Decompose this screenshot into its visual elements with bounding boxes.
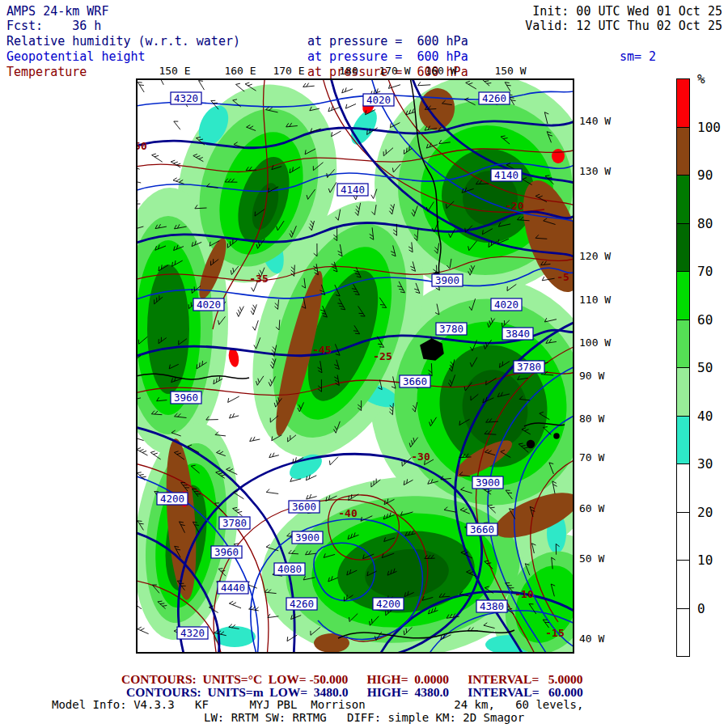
temperature-contour-label: -30: [411, 451, 430, 463]
svg-text:3900: 3900: [435, 274, 459, 286]
field-2-name: Geopotential height: [6, 49, 146, 64]
height-contour-label: 4140: [491, 169, 522, 181]
forecast-hour: Fcst: 36 h: [6, 19, 101, 33]
svg-text:3660: 3660: [470, 523, 494, 535]
height-contour-label: 3660: [400, 375, 430, 387]
colorbar-cell: [676, 78, 690, 128]
svg-text:3660: 3660: [403, 375, 427, 387]
colorbar-tick-label: 100: [697, 120, 721, 135]
right-axis-label: 80 W: [579, 413, 604, 425]
svg-text:4020: 4020: [197, 298, 221, 311]
svg-text:4380: 4380: [480, 600, 504, 612]
height-contour-label: 3900: [472, 476, 503, 489]
height-contour-label: 4260: [286, 598, 317, 610]
height-contour-label: 4080: [274, 563, 305, 575]
height-contour-label: 3840: [502, 328, 533, 340]
temperature-contour-label: -35: [249, 273, 268, 285]
temperature-contour-label: -20: [505, 200, 524, 212]
colorbar-cell: [676, 560, 690, 609]
colorbar-cell: [676, 512, 690, 561]
colorbar-cell: [676, 416, 690, 465]
colorbar-tick-label: 10: [697, 552, 713, 568]
colorbar-cell: [676, 463, 690, 513]
right-axis-label: 130 W: [579, 165, 611, 177]
colorbar-tick-label: 80: [697, 216, 713, 231]
field-2-level: at pressure = 600 hPa: [307, 49, 468, 64]
temperature-contour-label: -10: [514, 588, 534, 600]
temperature-contour-label: -50: [136, 140, 147, 152]
model-info-line-2: LW: RRTM SW: RRTMG DIFF: simple KM: 2D S…: [204, 711, 524, 724]
right-axis-label: 120 W: [579, 250, 611, 262]
field-3-name: Temperature: [6, 65, 87, 79]
svg-text:4260: 4260: [482, 92, 506, 104]
colorbar-cell: [676, 223, 690, 273]
colorbar-cell: [676, 320, 690, 369]
right-axis-label: 50 W: [579, 552, 604, 565]
height-contour-label: 3780: [436, 323, 467, 335]
colorbar-unit-label: %: [697, 71, 705, 87]
height-contour-label: 3900: [432, 274, 463, 286]
height-contour-label: 3900: [292, 531, 323, 544]
top-axis-label: 170 W: [377, 65, 413, 77]
temperature-contour-label: -45: [312, 344, 331, 356]
valid-time: Valid: 12 UTC Thu 02 Oct 25: [525, 19, 722, 33]
top-axis-label: 180: [331, 65, 366, 77]
svg-text:4200: 4200: [160, 493, 184, 505]
colorbar-cell: [676, 175, 690, 224]
height-contour-label: 3780: [514, 361, 544, 373]
colorbar-tick-label: 50: [697, 360, 713, 375]
right-axis-label: 140 W: [579, 115, 611, 127]
right-axis-label: 90 W: [579, 370, 604, 382]
colorbar-cell: [676, 127, 690, 176]
svg-text:3900: 3900: [476, 476, 500, 489]
svg-text:4200: 4200: [376, 598, 400, 610]
svg-text:4140: 4140: [494, 169, 518, 181]
top-axis-label: 160 W: [423, 65, 459, 77]
svg-text:3960: 3960: [214, 546, 239, 558]
top-axis-label: 150 E: [157, 65, 193, 77]
right-axis-label: 70 W: [579, 451, 604, 463]
svg-text:4320: 4320: [180, 627, 205, 639]
colorbar-tick-label: 30: [697, 456, 713, 472]
svg-text:4020: 4020: [366, 94, 391, 106]
svg-text:4260: 4260: [290, 598, 314, 610]
height-contour-label: 3960: [211, 546, 242, 558]
temperature-contour-label: -5: [557, 271, 569, 283]
model-title: AMPS 24-km WRF: [6, 4, 108, 19]
colorbar-tick-label: 40: [697, 408, 713, 424]
model-info-line-1: Model Info: V4.3.3 KF MYJ PBL Morrison 2…: [52, 698, 583, 711]
height-contour-label: 3600: [289, 501, 320, 513]
svg-text:3600: 3600: [292, 501, 316, 513]
svg-text:4440: 4440: [221, 582, 245, 594]
map-canvas: 4320402042604140414039004020378038403780…: [136, 78, 574, 654]
field-1-name: Relative humidity (w.r.t. water): [6, 34, 240, 49]
svg-text:4320: 4320: [174, 92, 198, 104]
height-contour-label: 4320: [171, 92, 201, 104]
svg-text:4140: 4140: [341, 184, 365, 196]
colorbar-cell: [676, 271, 690, 320]
colorbar-cell: [676, 608, 690, 658]
height-contour-label: 3960: [171, 392, 201, 404]
colorbar-tick-label: 20: [697, 505, 713, 520]
height-contour-label: 3660: [467, 523, 497, 535]
colorbar-tick-label: 90: [697, 167, 713, 183]
temperature-contour-label: -15: [545, 627, 564, 639]
height-contour-label: 4200: [157, 493, 188, 505]
forecast-map: 4320402042604140414039004020378038403780…: [136, 78, 574, 654]
field-1-level: at pressure = 600 hPa: [307, 34, 468, 49]
smoothing-label: sm= 2: [620, 49, 656, 64]
svg-text:3780: 3780: [517, 361, 541, 373]
height-contour-label: 4320: [177, 627, 208, 639]
top-axis-label: 170 E: [271, 65, 307, 77]
colorbar-cell: [676, 367, 690, 417]
svg-text:3960: 3960: [174, 392, 198, 404]
top-axis-label: 150 W: [493, 65, 528, 77]
height-contour-label: 4260: [479, 92, 510, 104]
svg-text:3840: 3840: [506, 328, 530, 340]
svg-text:4020: 4020: [494, 298, 518, 311]
height-contour-label: 4140: [337, 184, 368, 196]
height-contour-label: 4380: [476, 600, 507, 612]
right-axis-label: 110 W: [579, 294, 611, 306]
height-contour-label: 4440: [218, 582, 248, 594]
rh-shading: [136, 78, 574, 654]
